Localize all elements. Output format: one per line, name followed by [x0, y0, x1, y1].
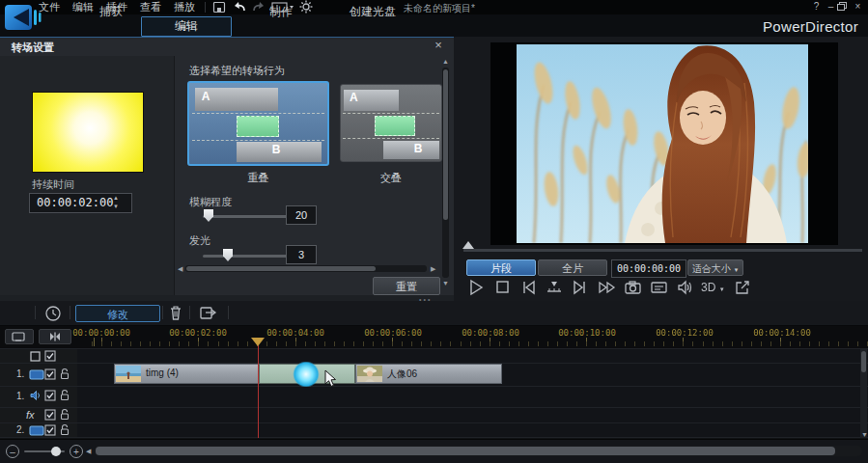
timeline-vscrollbar[interactable] [860, 349, 867, 438]
track-manager-button[interactable] [5, 329, 34, 344]
save-project-button[interactable] [212, 1, 226, 14]
snapshot-button[interactable] [622, 278, 645, 297]
blur-slider[interactable] [203, 215, 290, 218]
audio1-lock-button[interactable] [59, 389, 70, 401]
play-button[interactable] [465, 278, 489, 297]
preview-timecode[interactable]: 00:00:00:00 [611, 259, 686, 278]
stop-button[interactable] [491, 278, 515, 297]
preview-seek-playhead[interactable] [462, 241, 474, 249]
restore-button[interactable] [837, 2, 850, 14]
tab-edit[interactable]: 编辑 [141, 16, 232, 37]
panel-close-button[interactable]: × [431, 38, 446, 53]
tab-produce[interactable]: 制作 [254, 5, 308, 18]
preview-quality-button[interactable] [648, 278, 671, 297]
vscroll-up-arrow[interactable]: ▲ [442, 58, 449, 66]
timeline-hscrollbar[interactable] [95, 446, 862, 456]
panel-hscrollbar[interactable] [185, 265, 427, 272]
timeline-hscroll-left-arrow[interactable]: ◀ [86, 448, 91, 455]
fast-forward-button[interactable] [596, 278, 619, 297]
row-separator [0, 348, 868, 349]
extract-icon [198, 304, 219, 322]
hscroll-thumb[interactable] [186, 266, 376, 271]
ruler-timestamp: 00:00:14:00 [753, 328, 811, 338]
zoom-out-button[interactable]: – [6, 445, 19, 458]
clip-a-label: A [202, 90, 210, 103]
menu-play[interactable]: 播放 [174, 1, 195, 14]
undo-button[interactable] [232, 1, 247, 14]
behavior-option-cross[interactable]: A B [340, 84, 442, 162]
overlap-option-label: 重叠 [187, 171, 329, 185]
track-manager-icon [6, 330, 33, 343]
dash-line [343, 113, 439, 114]
hscroll-left-arrow[interactable]: ◀ [178, 265, 182, 273]
next-frame-button[interactable] [570, 278, 593, 297]
video2-lock-button[interactable] [59, 423, 70, 436]
video-track-icon [29, 425, 44, 436]
duration-stepper[interactable]: ▲▼ [109, 194, 123, 211]
blur-value[interactable]: 20 [286, 205, 317, 225]
undock-preview-button[interactable] [732, 278, 755, 297]
clip-a-block: A [195, 88, 278, 111]
master-track-checkbox[interactable] [44, 350, 56, 362]
extract-button[interactable] [198, 304, 219, 322]
vscroll-down-arrow[interactable]: ▼ [442, 280, 449, 287]
panel-title: 转场设置 [12, 41, 54, 55]
fit-size-dropdown[interactable]: 适合大小 ▼ [687, 259, 743, 276]
help-button[interactable]: ? [810, 0, 823, 13]
full-movie-mode-button[interactable]: 全片 [538, 259, 607, 276]
ruler-timestamp: 00:00:04:00 [266, 328, 324, 338]
timeline-vscroll-down-arrow[interactable]: ▼ [861, 431, 868, 439]
undo-icon [232, 1, 247, 14]
glow-slider[interactable] [203, 255, 290, 258]
seek-marker-button[interactable] [544, 278, 567, 297]
segment-mode-button[interactable]: 片段 [466, 259, 536, 276]
clip-a-label: A [350, 91, 358, 104]
snap-to-clips-button[interactable] [39, 329, 71, 344]
brand-label: PowerDirector [763, 18, 858, 35]
volume-button[interactable] [674, 278, 697, 297]
clip-portrait06[interactable]: 人像06 [355, 364, 502, 384]
lock-icon [59, 423, 70, 436]
audio1-enable-checkbox[interactable] [44, 390, 56, 401]
video1-lock-button[interactable] [59, 368, 70, 380]
row-separator [0, 437, 868, 438]
dash-line [343, 138, 439, 139]
fx-enable-checkbox[interactable] [44, 409, 56, 421]
video2-enable-checkbox[interactable] [44, 424, 56, 436]
speaker-icon [674, 278, 695, 297]
modify-button[interactable]: 修改 [75, 305, 160, 322]
menu-view[interactable]: 查看 [140, 1, 161, 14]
ruler-timestamp: 00:00:10:00 [558, 328, 616, 338]
portrait-video-image [517, 44, 808, 243]
tab-capture[interactable]: 捕获 [84, 5, 138, 18]
preview-seek-bar[interactable] [463, 249, 862, 252]
3d-mode-button[interactable]: 3D ▼ [701, 278, 725, 297]
previous-frame-button[interactable] [518, 278, 541, 297]
clip-b-label: B [414, 142, 423, 155]
behavior-option-overlap[interactable]: A B [187, 81, 329, 166]
video1-enable-checkbox[interactable] [44, 368, 56, 380]
clip-thumbnail [116, 366, 141, 382]
effect-track-label: fx [26, 409, 35, 421]
zoom-in-button[interactable]: + [70, 445, 83, 458]
vscroll-thumb[interactable] [443, 69, 448, 220]
panel-vscrollbar[interactable] [442, 68, 449, 278]
tab-create-disc[interactable]: 创建光盘 [330, 5, 415, 18]
cross-option-label: 交叠 [340, 171, 442, 185]
delete-button[interactable] [167, 304, 184, 322]
timeline-playhead-marker[interactable] [251, 338, 265, 346]
timeline-vscroll-thumb[interactable] [861, 351, 866, 372]
fx-lock-button[interactable] [59, 408, 70, 421]
close-window-button[interactable]: × [852, 0, 864, 13]
timeline-hscroll-thumb[interactable] [96, 447, 835, 455]
duration-button[interactable] [44, 305, 62, 322]
transition-clip[interactable] [259, 364, 355, 384]
glow-value[interactable]: 3 [286, 245, 317, 264]
row-separator [0, 407, 868, 408]
reset-button[interactable]: 重置 [373, 277, 440, 295]
3d-label: 3D [701, 281, 715, 294]
minimize-button[interactable]: – [825, 0, 837, 13]
timeline-zoom-handle[interactable] [51, 447, 61, 456]
hscroll-right-arrow[interactable]: ▶ [431, 265, 435, 273]
clip-timg4[interactable]: timg (4) [114, 364, 259, 384]
